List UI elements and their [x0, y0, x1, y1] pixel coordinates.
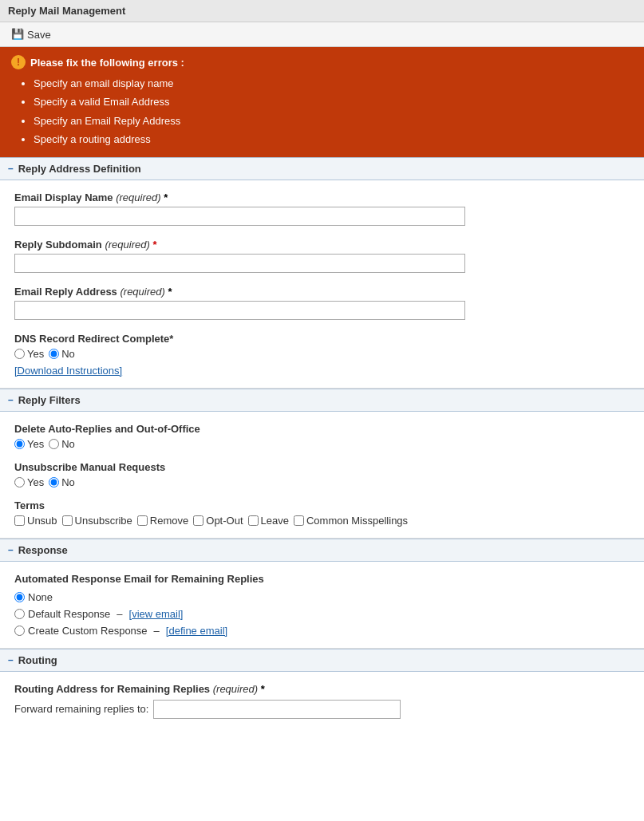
- reply-subdomain-required-star: *: [152, 239, 156, 251]
- section-response[interactable]: – Response: [0, 539, 644, 562]
- term-unsub-checkbox[interactable]: [14, 515, 25, 526]
- delete-auto-replies-group: Delete Auto-Replies and Out-of-Office Ye…: [14, 423, 630, 450]
- dns-no-label: No: [61, 348, 75, 360]
- routing-required-text: (required): [213, 683, 261, 695]
- define-email-link[interactable]: [define email]: [166, 625, 227, 637]
- delete-auto-no-label: No: [61, 438, 75, 450]
- response-default-radio[interactable]: [14, 609, 25, 619]
- dns-record-label: DNS Record Redirect Complete*: [14, 333, 630, 345]
- error-header: ! Please fix the following errors :: [11, 55, 633, 69]
- error-item: Specify a routing address: [34, 130, 633, 148]
- routing-required-star: *: [261, 683, 265, 695]
- reply-subdomain-required-text: (required): [105, 239, 152, 251]
- delete-auto-yes-label: Yes: [27, 438, 44, 450]
- download-instructions-link[interactable]: [Download Instructions]: [14, 365, 630, 377]
- save-icon: 💾: [11, 28, 24, 41]
- unsubscribe-manual-group: Unsubscribe Manual Requests Yes No: [14, 461, 630, 488]
- delete-auto-radio-group: Yes No: [14, 438, 630, 450]
- response-none-radio[interactable]: [14, 592, 25, 602]
- dns-no-item: No: [49, 348, 75, 360]
- response-form: Automated Response Email for Remaining R…: [0, 562, 644, 649]
- routing-forward-row: Forward remaining replies to:: [14, 700, 630, 719]
- email-reply-required-text: (required): [120, 286, 168, 298]
- save-button[interactable]: 💾 Save: [8, 26, 54, 42]
- term-remove: Remove: [137, 515, 188, 527]
- error-item: Specify an Email Reply Address: [34, 112, 633, 130]
- section-response-title: Response: [18, 544, 68, 556]
- error-list: Specify an email display name Specify a …: [34, 74, 633, 149]
- email-display-name-label: Email Display Name (required) *: [14, 191, 630, 203]
- unsub-manual-yes-radio[interactable]: [14, 477, 25, 487]
- section-reply-address[interactable]: – Reply Address Definition: [0, 157, 644, 180]
- unsub-manual-no-radio[interactable]: [49, 477, 59, 487]
- collapse-routing-icon: –: [8, 654, 14, 665]
- routing-forward-label: Forward remaining replies to:: [14, 703, 148, 715]
- term-unsubscribe: Unsubscribe: [62, 515, 132, 527]
- reply-subdomain-input[interactable]: [14, 254, 465, 273]
- unsubscribe-manual-label: Unsubscribe Manual Requests: [14, 461, 630, 473]
- save-label: Save: [27, 29, 51, 41]
- response-none: None: [14, 591, 630, 603]
- collapse-filters-icon: –: [8, 394, 14, 405]
- dns-yes-item: Yes: [14, 348, 44, 360]
- response-custom-radio[interactable]: [14, 626, 25, 636]
- delete-auto-replies-label: Delete Auto-Replies and Out-of-Office: [14, 423, 630, 435]
- dns-record-group: DNS Record Redirect Complete* Yes No [Do…: [14, 333, 630, 377]
- error-title: Please fix the following errors :: [30, 57, 184, 69]
- dns-no-radio[interactable]: [49, 349, 59, 359]
- term-unsub: Unsub: [14, 515, 57, 527]
- dns-record-text: DNS Record Redirect Complete*: [14, 333, 173, 345]
- term-optout-checkbox[interactable]: [193, 515, 203, 526]
- routing-forward-input[interactable]: [153, 700, 401, 719]
- delete-no-item: No: [49, 438, 75, 450]
- terms-group: Terms Unsub Unsubscribe Remove Opt-Out L…: [14, 499, 630, 527]
- error-icon: !: [11, 55, 26, 69]
- view-email-link[interactable]: [view email]: [129, 608, 184, 620]
- term-optout-label: Opt-Out: [206, 515, 243, 527]
- email-reply-address-label: Email Reply Address (required) *: [14, 286, 630, 298]
- response-options: None Default Response – [view email] Cre…: [14, 591, 630, 637]
- terms-label: Terms: [14, 499, 630, 511]
- term-unsub-label: Unsub: [27, 515, 57, 527]
- reply-filters-form: Delete Auto-Replies and Out-of-Office Ye…: [0, 412, 644, 539]
- email-display-name-input[interactable]: [14, 207, 465, 226]
- section-routing-title: Routing: [18, 654, 57, 666]
- term-unsubscribe-checkbox[interactable]: [62, 515, 73, 526]
- collapse-response-icon: –: [8, 544, 14, 555]
- response-label: Automated Response Email for Remaining R…: [14, 573, 630, 585]
- section-reply-filters-title: Reply Filters: [18, 394, 81, 406]
- unsub-manual-yes-label: Yes: [27, 476, 44, 488]
- delete-yes-item: Yes: [14, 438, 44, 450]
- term-leave-checkbox[interactable]: [248, 515, 259, 526]
- delete-auto-no-radio[interactable]: [49, 439, 59, 449]
- response-default-label: Default Response: [28, 608, 110, 620]
- response-custom-label: Create Custom Response: [28, 625, 148, 637]
- response-custom: Create Custom Response – [define email]: [14, 625, 630, 637]
- response-custom-dash: –: [154, 625, 160, 637]
- routing-form: Routing Address for Remaining Replies (r…: [0, 672, 644, 730]
- dns-yes-radio[interactable]: [14, 349, 25, 359]
- email-display-name-text: Email Display Name: [14, 191, 113, 203]
- dns-yes-label: Yes: [27, 348, 44, 360]
- section-routing[interactable]: – Routing: [0, 649, 644, 672]
- page-title: Reply Mail Management: [8, 5, 125, 17]
- error-item: Specify a valid Email Address: [34, 93, 633, 111]
- term-misspellings-checkbox[interactable]: [294, 515, 304, 526]
- response-none-label: None: [28, 591, 53, 603]
- email-reply-address-input[interactable]: [14, 301, 465, 320]
- term-misspellings: Common Misspellings: [294, 515, 408, 527]
- response-default-dash: –: [117, 608, 122, 620]
- email-reply-required-star: *: [168, 286, 172, 298]
- error-item: Specify an email display name: [34, 74, 633, 93]
- term-remove-label: Remove: [150, 515, 188, 527]
- term-misspellings-label: Common Misspellings: [306, 515, 408, 527]
- term-unsubscribe-label: Unsubscribe: [75, 515, 132, 527]
- unsub-yes-item: Yes: [14, 476, 44, 488]
- email-reply-address-group: Email Reply Address (required) *: [14, 286, 630, 320]
- delete-auto-yes-radio[interactable]: [14, 439, 25, 449]
- section-reply-filters[interactable]: – Reply Filters: [0, 389, 644, 412]
- dns-radio-group: Yes No: [14, 348, 630, 360]
- term-remove-checkbox[interactable]: [137, 515, 148, 526]
- email-display-required-text: (required): [116, 191, 160, 203]
- error-box: ! Please fix the following errors : Spec…: [0, 47, 644, 157]
